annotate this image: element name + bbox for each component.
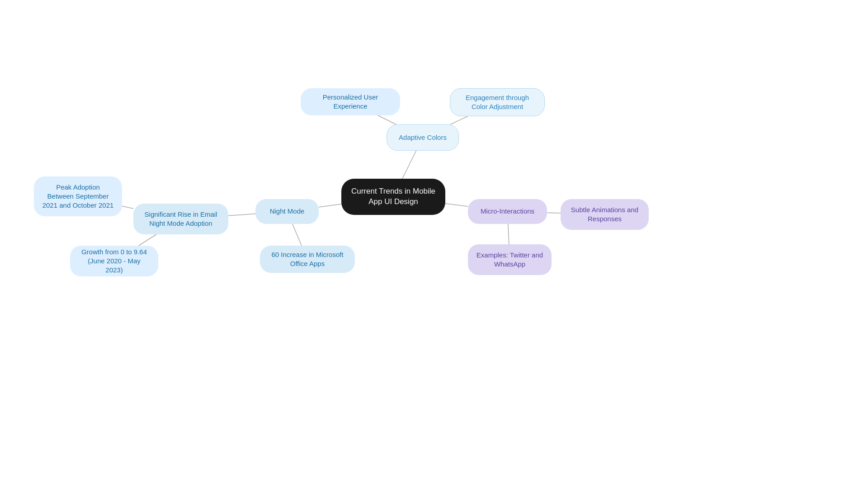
growth-from-node: Growth from 0 to 9.64 (June 2020 - May 2… — [70, 246, 158, 276]
personalized-user-experience-node: Personalized User Experience — [301, 88, 400, 115]
significant-rise-node: Significant Rise in Email Night Mode Ado… — [133, 204, 228, 234]
svg-line-3 — [319, 204, 341, 207]
svg-line-9 — [547, 213, 561, 213]
svg-line-10 — [508, 224, 509, 244]
svg-line-8 — [445, 204, 468, 206]
svg-line-2 — [450, 116, 467, 124]
svg-line-6 — [138, 234, 156, 246]
svg-line-0 — [402, 151, 416, 179]
svg-line-5 — [122, 206, 133, 208]
engagement-color-adjustment-node: Engagement through Color Adjustment — [450, 88, 545, 116]
central-node: Current Trends in Mobile App UI Design — [341, 179, 445, 215]
examples-twitter-node: Examples: Twitter and WhatsApp — [468, 244, 552, 275]
night-mode-node: Night Mode — [255, 199, 319, 224]
micro-interactions-node: Micro-Interactions — [468, 199, 547, 224]
svg-line-4 — [228, 214, 255, 215]
svg-line-7 — [292, 224, 302, 246]
svg-line-1 — [378, 115, 396, 124]
peak-adoption-node: Peak Adoption Between September 2021 and… — [34, 176, 122, 216]
subtle-animations-node: Subtle Animations and Responses — [561, 199, 649, 230]
adaptive-colors-node: Adaptive Colors — [387, 124, 459, 151]
sixty-increase-node: 60 Increase in Microsoft Office Apps — [260, 246, 355, 273]
